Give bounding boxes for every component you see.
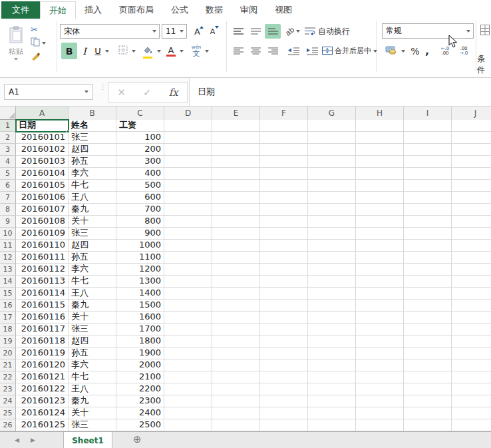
cell-J12[interactable] bbox=[452, 252, 491, 264]
cell-G20[interactable] bbox=[308, 347, 356, 359]
cell-G14[interactable] bbox=[308, 276, 356, 288]
cell-A22[interactable]: 20160121 bbox=[16, 371, 69, 383]
cell-F6[interactable] bbox=[260, 180, 308, 192]
cell-A6[interactable]: 20160105 bbox=[16, 180, 69, 192]
cell-I22[interactable] bbox=[404, 371, 452, 383]
cell-A14[interactable]: 20160113 bbox=[16, 276, 69, 288]
cell-G5[interactable] bbox=[308, 168, 356, 180]
cell-G17[interactable] bbox=[308, 312, 356, 324]
cell-G24[interactable] bbox=[308, 395, 356, 407]
align-top-button[interactable] bbox=[230, 24, 246, 39]
align-left-button[interactable] bbox=[230, 43, 246, 59]
row-header-11[interactable]: 11 bbox=[0, 240, 16, 252]
cell-J8[interactable] bbox=[452, 204, 491, 216]
tab-data[interactable]: 数据 bbox=[197, 1, 232, 19]
row-header-16[interactable]: 16 bbox=[0, 300, 16, 312]
cell-G3[interactable] bbox=[308, 144, 356, 156]
cell-F5[interactable] bbox=[260, 168, 308, 180]
tab-review[interactable]: 审阅 bbox=[232, 1, 266, 19]
cell-B7[interactable]: 王八 bbox=[69, 192, 116, 204]
cell-E8[interactable] bbox=[212, 204, 260, 216]
cell-C6[interactable]: 500 bbox=[116, 180, 164, 192]
shrink-font-button[interactable]: A bbox=[206, 24, 220, 39]
row-header-3[interactable]: 3 bbox=[0, 144, 16, 156]
cancel-icon[interactable]: ✕ bbox=[117, 87, 126, 99]
cell-E18[interactable] bbox=[212, 324, 260, 336]
cell-H7[interactable] bbox=[356, 192, 404, 204]
cell-H21[interactable] bbox=[356, 359, 404, 371]
cell-E9[interactable] bbox=[212, 216, 260, 228]
cell-A3[interactable]: 20160102 bbox=[16, 144, 69, 156]
cell-J5[interactable] bbox=[452, 168, 491, 180]
cell-B3[interactable]: 赵四 bbox=[69, 144, 116, 156]
sheet-tab-sheet1[interactable]: Sheet1 bbox=[63, 432, 112, 448]
cell-H11[interactable] bbox=[356, 240, 404, 252]
tab-insert[interactable]: 插入 bbox=[76, 1, 110, 19]
cell-I6[interactable] bbox=[404, 180, 452, 192]
cell-D14[interactable] bbox=[164, 276, 212, 288]
cell-E10[interactable] bbox=[212, 228, 260, 240]
increase-decimal-button[interactable]: ←.0 .00 bbox=[436, 43, 454, 59]
sheet-nav-right-icon[interactable]: ▶ bbox=[31, 437, 35, 443]
cell-E16[interactable] bbox=[212, 300, 260, 312]
cell-C23[interactable]: 2200 bbox=[116, 383, 164, 395]
cell-F15[interactable] bbox=[260, 288, 308, 300]
cell-J18[interactable] bbox=[452, 324, 491, 336]
cell-C11[interactable]: 1000 bbox=[116, 240, 164, 252]
number-format-combo[interactable]: 常规 bbox=[382, 23, 474, 39]
cell-I24[interactable] bbox=[404, 395, 452, 407]
cell-C22[interactable]: 2100 bbox=[116, 371, 164, 383]
cell-I17[interactable] bbox=[404, 312, 452, 324]
cell-D10[interactable] bbox=[164, 228, 212, 240]
cell-A5[interactable]: 20160104 bbox=[16, 168, 69, 180]
cell-E4[interactable] bbox=[212, 156, 260, 168]
row-header-1[interactable]: 1 bbox=[0, 120, 16, 132]
cell-G2[interactable] bbox=[308, 132, 356, 144]
column-header-A[interactable]: A bbox=[16, 107, 69, 120]
cell-J16[interactable] bbox=[452, 300, 491, 312]
cell-D6[interactable] bbox=[164, 180, 212, 192]
cell-A4[interactable]: 20160103 bbox=[16, 156, 69, 168]
row-header-5[interactable]: 5 bbox=[0, 168, 16, 180]
cell-I20[interactable] bbox=[404, 347, 452, 359]
cell-J24[interactable] bbox=[452, 395, 491, 407]
cell-D2[interactable] bbox=[164, 132, 212, 144]
row-header-20[interactable]: 20 bbox=[0, 347, 16, 359]
cell-C1[interactable]: 工资 bbox=[116, 120, 164, 132]
cell-H19[interactable] bbox=[356, 336, 404, 347]
formula-input[interactable]: 日期 bbox=[189, 78, 491, 106]
cell-B10[interactable]: 张三 bbox=[69, 228, 116, 240]
align-bottom-button[interactable] bbox=[265, 24, 281, 39]
cell-E6[interactable] bbox=[212, 180, 260, 192]
decrease-indent-button[interactable] bbox=[285, 43, 302, 59]
cell-F12[interactable] bbox=[260, 252, 308, 264]
cell-D16[interactable] bbox=[164, 300, 212, 312]
cell-A16[interactable]: 20160115 bbox=[16, 300, 69, 312]
cell-H26[interactable] bbox=[356, 419, 404, 431]
cell-A21[interactable]: 20160120 bbox=[16, 359, 69, 371]
formula-bar-grip[interactable]: ⋮ bbox=[99, 85, 103, 89]
cell-D25[interactable] bbox=[164, 407, 212, 419]
row-header-8[interactable]: 8 bbox=[0, 204, 16, 216]
cell-B5[interactable]: 李六 bbox=[69, 168, 116, 180]
cell-I16[interactable] bbox=[404, 300, 452, 312]
cell-E14[interactable] bbox=[212, 276, 260, 288]
cell-G8[interactable] bbox=[308, 204, 356, 216]
cell-J20[interactable] bbox=[452, 347, 491, 359]
row-header-24[interactable]: 24 bbox=[0, 395, 16, 407]
cell-C25[interactable]: 2400 bbox=[116, 407, 164, 419]
cell-A26[interactable]: 20160125 bbox=[16, 419, 69, 431]
cell-C20[interactable]: 1900 bbox=[116, 347, 164, 359]
cell-C21[interactable]: 2000 bbox=[116, 359, 164, 371]
cell-D11[interactable] bbox=[164, 240, 212, 252]
fill-color-button[interactable] bbox=[140, 43, 156, 59]
cell-J10[interactable] bbox=[452, 228, 491, 240]
cell-C8[interactable]: 700 bbox=[116, 204, 164, 216]
cell-H17[interactable] bbox=[356, 312, 404, 324]
cell-B26[interactable]: 张三 bbox=[69, 419, 116, 431]
cell-F21[interactable] bbox=[260, 359, 308, 371]
cell-I7[interactable] bbox=[404, 192, 452, 204]
cell-H16[interactable] bbox=[356, 300, 404, 312]
cell-D12[interactable] bbox=[164, 252, 212, 264]
cell-I4[interactable] bbox=[404, 156, 452, 168]
